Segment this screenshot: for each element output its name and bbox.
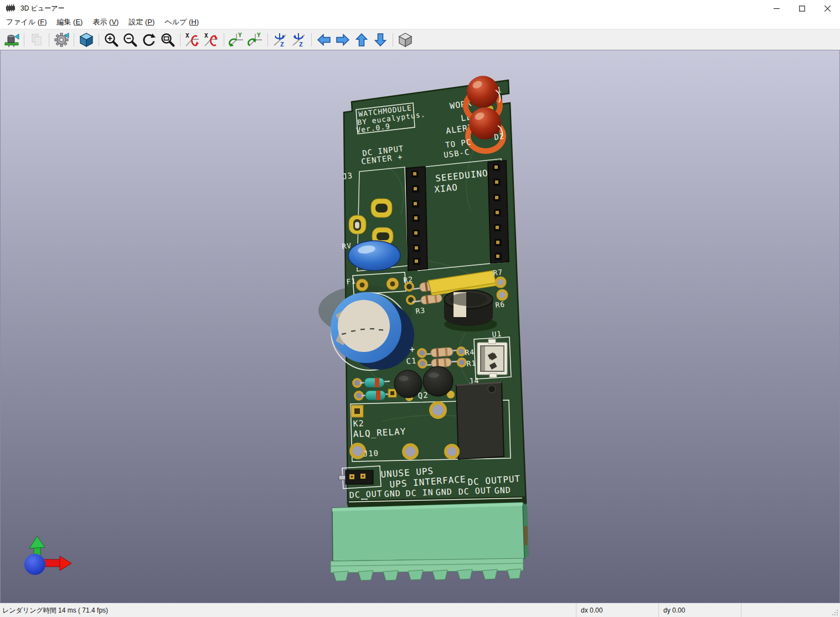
pad [405, 283, 413, 291]
zoom-in-icon [104, 32, 119, 48]
window-title: 3D ビューアー [20, 4, 65, 13]
reload-board-icon [4, 32, 19, 48]
pad [407, 296, 415, 304]
terminal-block [331, 502, 529, 581]
3d-viewer-window: 3D ビューアー ファイル (F) 編集 (E) 表示 (V) 設定 (P) ヘ… [0, 0, 840, 617]
svg-text:C1: C1 [406, 356, 417, 366]
hole [446, 445, 458, 458]
arrow-down-icon [373, 32, 388, 48]
zoom-out-button[interactable] [121, 32, 140, 48]
close-button[interactable] [815, 0, 840, 17]
menu-file[interactable]: ファイル (F) [1, 17, 51, 29]
redraw-icon [141, 32, 157, 48]
pad [498, 291, 507, 299]
menu-view[interactable]: 表示 (V) [87, 17, 123, 29]
cylinder-component [444, 290, 497, 331]
maximize-icon [799, 6, 805, 12]
blue-cube-icon [79, 32, 94, 48]
toolbar: X X Y Y [0, 29, 840, 50]
pan-up-button[interactable] [352, 32, 371, 48]
svg-text:DC OUT: DC OUT [458, 485, 492, 497]
close-icon [824, 6, 831, 12]
zoom-in-button[interactable] [102, 32, 121, 48]
svg-text:R7: R7 [493, 268, 503, 277]
copy-icon [29, 32, 44, 48]
rotate-z-ccw-icon: Z [291, 32, 307, 48]
reload-board-button[interactable] [2, 32, 21, 48]
z-axis-sphere [24, 554, 45, 575]
gear-icon [54, 32, 69, 48]
arrow-up-icon [354, 32, 369, 48]
maximize-button[interactable] [789, 0, 815, 17]
hole [431, 403, 445, 417]
settings-button[interactable] [52, 32, 71, 48]
rotate-y-ccw-icon: Y [248, 32, 263, 48]
svg-text:DC IN: DC IN [405, 487, 434, 499]
rotate-x-cw-button[interactable]: X [183, 32, 202, 48]
menu-preferences[interactable]: 設定 (P) [123, 17, 159, 29]
arrow-left-icon [316, 32, 332, 48]
pad-hole [354, 408, 360, 414]
render-time: レンダリング時間 14 ms ( 71.4 fps) [0, 603, 576, 617]
varistor-rv1 [348, 241, 400, 271]
svg-text:R6: R6 [495, 300, 506, 309]
rotate-x-cw-icon: X [185, 32, 200, 48]
svg-text:R3: R3 [415, 306, 426, 315]
rotate-z-ccw-button[interactable]: Z [290, 32, 308, 48]
rotate-x-ccw-icon: X [204, 32, 219, 48]
svg-text:X: X [204, 32, 208, 39]
header-socket-left [406, 167, 427, 271]
rotate-z-cw-button[interactable]: Z [271, 32, 290, 48]
svg-text:GND: GND [494, 485, 511, 496]
svg-text:GND: GND [435, 486, 452, 497]
minimize-icon [774, 6, 780, 12]
svg-text:D2: D2 [493, 132, 505, 142]
zoom-out-icon [122, 32, 138, 48]
svg-text:J10: J10 [363, 449, 379, 458]
pad [457, 348, 465, 355]
app-icon [5, 3, 16, 13]
orthographic-button[interactable] [396, 32, 415, 48]
hole [404, 445, 417, 458]
3d-viewport[interactable]: WATCHMODULE BY eucalyptus. Ver.0.9 WORK … [0, 50, 840, 603]
svg-text:X: X [185, 32, 189, 39]
view-cube-button[interactable] [77, 32, 96, 48]
statusbar: レンダリング時間 14 ms ( 71.4 fps) dx 0.00 dy 0.… [0, 603, 840, 617]
minimize-button[interactable] [764, 0, 789, 17]
rotate-y-cw-button[interactable]: Y [227, 32, 246, 48]
pad [419, 360, 426, 367]
redraw-button[interactable] [140, 32, 158, 48]
svg-text:Z: Z [299, 41, 303, 48]
pan-left-button[interactable] [315, 32, 333, 48]
svg-text:+: + [409, 344, 416, 355]
zoom-fit-button[interactable] [158, 32, 177, 48]
connector-u1 [477, 339, 507, 377]
header-socket-right [488, 160, 509, 263]
menu-edit[interactable]: 編集 (E) [51, 17, 87, 29]
menu-help[interactable]: ヘルプ (H) [159, 17, 204, 29]
rotate-y-cw-icon: Y [229, 32, 244, 48]
svg-text:Y: Y [238, 32, 242, 39]
svg-text:J3: J3 [342, 171, 353, 181]
titlebar: 3D ビューアー [0, 0, 840, 17]
rotate-z-cw-icon: Z [272, 32, 288, 48]
rotate-x-ccw-button[interactable]: X [202, 32, 221, 48]
arrow-right-icon [335, 32, 351, 48]
svg-text:Y: Y [257, 32, 261, 39]
menubar: ファイル (F) 編集 (E) 表示 (V) 設定 (P) ヘルプ (H) [0, 17, 840, 29]
dx-value: dx 0.00 [576, 603, 658, 617]
pad [496, 278, 505, 287]
svg-text:R4: R4 [465, 348, 475, 357]
pad [418, 349, 426, 357]
svg-text:Z: Z [280, 41, 284, 48]
pad [458, 359, 466, 366]
rotate-y-ccw-button[interactable]: Y [246, 32, 265, 48]
svg-text:DC OUT: DC OUT [349, 489, 383, 500]
pan-right-button[interactable] [333, 32, 352, 48]
pcb-board: WATCHMODULE BY eucalyptus. Ver.0.9 WORK … [318, 76, 529, 581]
resize-grip[interactable] [830, 608, 839, 616]
pan-down-button[interactable] [371, 32, 390, 48]
relay-k2 [456, 382, 504, 459]
svg-text:K2: K2 [353, 418, 364, 429]
svg-text:GND: GND [384, 488, 401, 499]
